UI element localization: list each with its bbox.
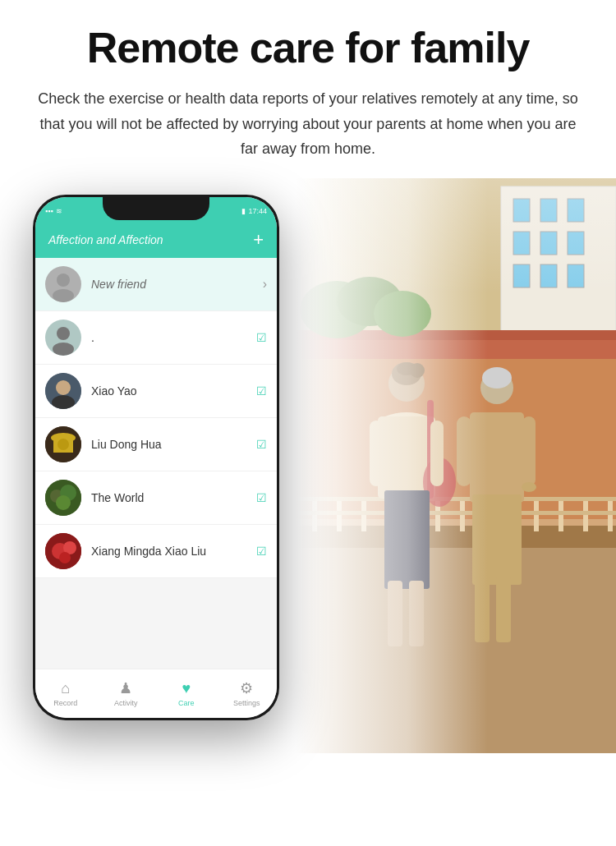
contact-avatar-dot xyxy=(45,320,81,356)
contact-item-xiang-mingda[interactable]: Xiang Mingda Xiao Liu ☑ xyxy=(35,525,277,578)
battery-icon: ▮ xyxy=(241,207,246,215)
svg-point-10 xyxy=(57,439,69,450)
content-section: ▪▪▪ ≋ ▮ 17:44 Affection and Affection + xyxy=(0,178,616,753)
page-container: Remote care for family Check the exercis… xyxy=(0,0,616,753)
nav-item-care[interactable]: ♥ Care xyxy=(156,680,217,707)
contact-avatar-xiang-mingda xyxy=(45,533,81,569)
nav-item-record[interactable]: ⌂ Record xyxy=(35,680,96,707)
bg-image-section xyxy=(296,178,616,753)
contact-item-new-friend[interactable]: New friend › xyxy=(35,258,277,311)
contact-item-xiao-yao[interactable]: Xiao Yao ☑ xyxy=(35,365,277,418)
app-header-title: Affection and Affection xyxy=(48,233,163,246)
status-right: ▮ 17:44 xyxy=(241,207,267,215)
svg-point-3 xyxy=(53,343,74,356)
app-header: Affection and Affection + xyxy=(35,222,277,258)
status-left: ▪▪▪ ≋ xyxy=(45,207,62,215)
contact-name-dot: . xyxy=(91,331,256,344)
main-title: Remote care for family xyxy=(33,25,583,71)
activity-icon: ♟ xyxy=(119,679,132,697)
svg-point-18 xyxy=(59,552,71,563)
phone-inner: ▪▪▪ ≋ ▮ 17:44 Affection and Affection + xyxy=(35,197,277,718)
phone-mockup: ▪▪▪ ≋ ▮ 17:44 Affection and Affection + xyxy=(33,195,279,720)
contact-list: New friend › . ☑ xyxy=(35,258,277,578)
subtitle: Check the exercise or health data report… xyxy=(33,86,583,162)
contact-item-dot[interactable]: . ☑ xyxy=(35,311,277,365)
wifi-icon: ≋ xyxy=(56,207,62,215)
nav-label-record: Record xyxy=(53,699,77,707)
signal-icon: ▪▪▪ xyxy=(45,207,53,215)
arrow-icon: › xyxy=(263,277,267,292)
record-icon: ⌂ xyxy=(61,680,70,697)
nav-item-activity[interactable]: ♟ Activity xyxy=(96,679,157,707)
contact-avatar-xiao-yao xyxy=(45,373,81,409)
care-icon: ♥ xyxy=(182,680,191,697)
phone-notch xyxy=(103,197,209,220)
time-display: 17:44 xyxy=(248,207,267,215)
svg-point-0 xyxy=(57,274,70,287)
phone-container: ▪▪▪ ≋ ▮ 17:44 Affection and Affection + xyxy=(0,178,296,753)
svg-point-14 xyxy=(56,495,71,510)
nav-label-activity: Activity xyxy=(114,699,138,707)
check-icon-the-world: ☑ xyxy=(256,491,267,504)
check-icon-liu-dong-hua: ☑ xyxy=(256,438,267,451)
contact-avatar-liu-dong-hua xyxy=(45,426,81,462)
contact-item-the-world[interactable]: The World ☑ xyxy=(35,471,277,525)
svg-point-2 xyxy=(57,327,70,340)
check-icon-xiao-yao: ☑ xyxy=(256,384,267,398)
add-button[interactable]: + xyxy=(253,229,264,251)
check-icon-dot: ☑ xyxy=(256,331,267,344)
nav-item-settings[interactable]: ⚙ Settings xyxy=(217,679,278,707)
contact-name-xiang-mingda: Xiang Mingda Xiao Liu xyxy=(91,545,256,558)
settings-icon: ⚙ xyxy=(240,679,253,697)
bottom-nav: ⌂ Record ♟ Activity ♥ Care ⚙ xyxy=(35,669,277,718)
contact-item-liu-dong-hua[interactable]: Liu Dong Hua ☑ xyxy=(35,418,277,471)
contact-avatar-the-world xyxy=(45,480,81,516)
nav-label-settings: Settings xyxy=(233,699,260,707)
contact-name-xiao-yao: Xiao Yao xyxy=(91,384,256,398)
svg-point-1 xyxy=(53,289,74,302)
svg-point-5 xyxy=(56,380,71,395)
check-icon-xiang-mingda: ☑ xyxy=(256,545,267,558)
scene-svg xyxy=(296,178,616,753)
phone-content: New friend › . ☑ xyxy=(35,258,277,669)
contact-name-liu-dong-hua: Liu Dong Hua xyxy=(91,438,256,451)
nav-label-care: Care xyxy=(178,699,195,707)
contact-name-the-world: The World xyxy=(91,491,256,504)
contact-name-new-friend: New friend xyxy=(91,278,263,291)
svg-rect-78 xyxy=(296,178,616,753)
contact-avatar-new xyxy=(45,266,81,302)
header-section: Remote care for family Check the exercis… xyxy=(0,0,616,178)
